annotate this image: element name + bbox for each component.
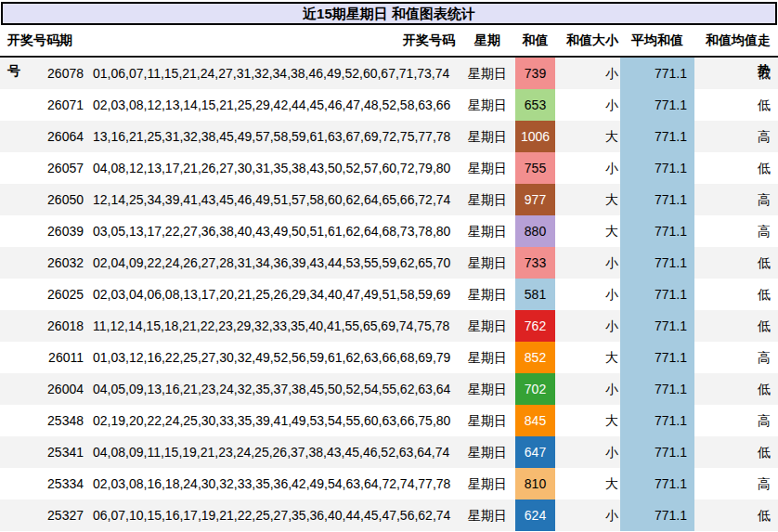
size-cell: 大 [555,468,620,500]
weekday-cell: 星期日 [460,468,515,500]
avg-cell: 771.1 [620,121,694,152]
weekday-cell: 星期日 [460,279,515,310]
table-row: 26039 03,05,13,17,22,27,36,38,40,43,49,5… [0,215,778,247]
header-avg-sum: 平均和值 [620,25,694,56]
trend-cell: 低 [694,436,778,468]
period-cell: 26064 [0,121,85,152]
period-cell: 26057 [0,152,85,184]
table-row: 26078 01,06,07,11,15,21,24,27,31,32,34,3… [0,58,778,89]
sum-cell: 977 [515,184,555,215]
weekday-cell: 星期日 [460,215,515,247]
numbers-cell: 02,04,09,22,24,26,27,28,31,34,36,39,43,4… [85,247,460,279]
period-cell: 25341 [0,436,85,468]
period-cell: 26050 [0,184,85,215]
sum-cell: 762 [515,310,555,342]
period-cell: 26071 [0,89,85,121]
sum-cell: 880 [515,215,555,247]
sum-cell: 581 [515,279,555,310]
weekday-cell: 星期日 [460,500,515,531]
numbers-cell: 01,06,07,11,15,21,24,27,31,32,34,38,46,4… [85,58,460,89]
size-cell: 小 [555,436,620,468]
avg-cell: 771.1 [620,184,694,215]
page-title: 近15期星期日 和值图表统计 [1,2,777,25]
avg-cell: 771.1 [620,89,694,121]
size-cell: 小 [555,373,620,405]
table-row: 25334 02,03,08,16,18,24,30,32,33,35,36,4… [0,468,778,500]
weekday-cell: 星期日 [460,373,515,405]
size-cell: 大 [555,342,620,373]
trend-cell: 高 [694,184,778,215]
weekday-cell: 星期日 [460,405,515,436]
trend-cell: 高 [694,121,778,152]
table-row: 26064 13,16,21,25,31,32,38,45,49,57,58,5… [0,121,778,152]
numbers-cell: 02,03,04,06,08,13,17,20,21,25,26,29,34,4… [85,279,460,310]
trend-cell: 低 [694,373,778,405]
period-cell: 26018 [0,310,85,342]
weekday-cell: 星期日 [460,89,515,121]
table-row: 25341 04,08,09,11,15,19,21,23,24,25,26,3… [0,436,778,468]
sum-cell: 739 [515,58,555,89]
weekday-cell: 星期日 [460,310,515,342]
sum-cell: 845 [515,405,555,436]
table-row: 26071 02,03,08,12,13,14,15,21,25,29,42,4… [0,89,778,121]
trend-cell: 高 [694,405,778,436]
table-row: 26032 02,04,09,22,24,26,27,28,31,34,36,3… [0,247,778,279]
avg-cell: 771.1 [620,405,694,436]
header-sum-trend: 和值均值走势 [694,25,778,56]
table-row: 26025 02,03,04,06,08,13,17,20,21,25,26,2… [0,279,778,310]
period-cell: 26039 [0,215,85,247]
period-cell: 26004 [0,373,85,405]
size-cell: 大 [555,121,620,152]
size-cell: 小 [555,152,620,184]
table-row: 26018 11,12,14,15,18,21,22,23,29,32,33,3… [0,310,778,342]
avg-cell: 771.1 [620,215,694,247]
numbers-cell: 06,07,10,15,16,17,19,21,22,25,27,35,36,4… [85,500,460,531]
table-header: 开奖号码期号 开奖号码 星期 和值 和值大小 平均和值 和值均值走势 [0,25,778,58]
table-row: 26050 12,14,25,34,39,41,43,45,46,49,51,5… [0,184,778,215]
table-row: 26011 01,03,12,16,22,25,27,30,32,49,52,5… [0,342,778,373]
weekday-cell: 星期日 [460,152,515,184]
numbers-cell: 12,14,25,34,39,41,43,45,46,49,51,57,58,6… [85,184,460,215]
period-cell: 26032 [0,247,85,279]
sum-cell: 1006 [515,121,555,152]
weekday-cell: 星期日 [460,342,515,373]
numbers-cell: 04,08,09,11,15,19,21,23,24,25,26,37,38,4… [85,436,460,468]
avg-cell: 771.1 [620,500,694,531]
period-cell: 26078 [0,58,85,89]
trend-cell: 低 [694,89,778,121]
table-row: 25327 06,07,10,15,16,17,19,21,22,25,27,3… [0,500,778,531]
size-cell: 小 [555,89,620,121]
size-cell: 小 [555,500,620,531]
header-period: 开奖号码期号 [0,25,85,56]
avg-cell: 771.1 [620,373,694,405]
sum-cell: 810 [515,468,555,500]
numbers-cell: 03,05,13,17,22,27,36,38,40,43,49,50,51,6… [85,215,460,247]
header-sum-size: 和值大小 [555,25,620,56]
trend-cell: 低 [694,247,778,279]
period-cell: 26011 [0,342,85,373]
avg-cell: 771.1 [620,279,694,310]
size-cell: 大 [555,184,620,215]
avg-cell: 771.1 [620,152,694,184]
numbers-cell: 02,19,20,22,24,25,30,33,35,39,41,49,53,5… [85,405,460,436]
table-row: 26004 04,05,09,13,16,21,23,24,32,35,37,3… [0,373,778,405]
period-cell: 25327 [0,500,85,531]
avg-cell: 771.1 [620,310,694,342]
size-cell: 小 [555,279,620,310]
sum-cell: 653 [515,89,555,121]
period-cell: 26025 [0,279,85,310]
numbers-cell: 01,03,12,16,22,25,27,30,32,49,52,56,59,6… [85,342,460,373]
weekday-cell: 星期日 [460,436,515,468]
numbers-cell: 13,16,21,25,31,32,38,45,49,57,58,59,61,6… [85,121,460,152]
header-weekday: 星期 [460,25,515,56]
table-row: 25348 02,19,20,22,24,25,30,33,35,39,41,4… [0,405,778,436]
avg-cell: 771.1 [620,247,694,279]
size-cell: 大 [555,405,620,436]
sum-cell: 647 [515,436,555,468]
numbers-cell: 04,05,09,13,16,21,23,24,32,35,37,38,45,5… [85,373,460,405]
table-body: 26078 01,06,07,11,15,21,24,27,31,32,34,3… [0,58,778,531]
avg-cell: 771.1 [620,436,694,468]
sum-cell: 852 [515,342,555,373]
trend-cell: 低 [694,310,778,342]
trend-cell: 低 [694,279,778,310]
